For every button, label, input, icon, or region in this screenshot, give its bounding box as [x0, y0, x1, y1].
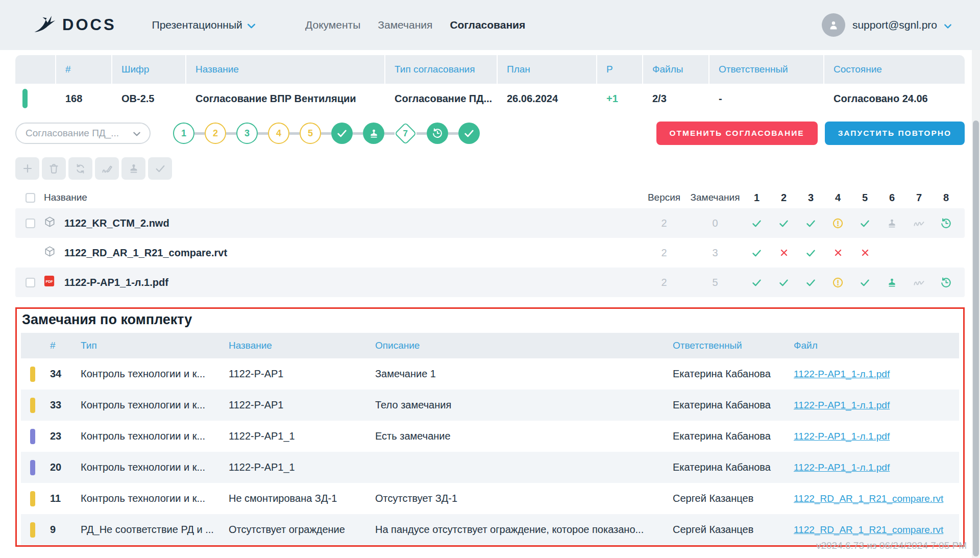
- remark-num: 20: [41, 462, 72, 473]
- remark-num: 9: [41, 524, 72, 536]
- step-connector: [384, 132, 395, 135]
- remark-description: Замечание 1: [366, 368, 664, 380]
- scrollbar-thumb[interactable]: [973, 120, 979, 556]
- col-header-num: #: [56, 55, 112, 84]
- refresh-files-button[interactable]: [68, 157, 92, 180]
- file-remarks-count: 3: [687, 247, 743, 259]
- remark-responsible: Сергей Казанцев: [664, 524, 785, 536]
- stage-stamp-icon: [887, 218, 897, 229]
- col-header-code: Шифр: [112, 55, 186, 84]
- remark-type: Контроль технологии и к...: [72, 430, 220, 442]
- remark-row[interactable]: 20 Контроль технологии и к... 1122-Р-АР1…: [21, 452, 959, 483]
- approval-responsible: -: [709, 93, 824, 105]
- route-select[interactable]: Согласование ПД_...: [15, 123, 151, 144]
- top-navbar: DOCS Презентационный Документы Замечания…: [0, 0, 980, 50]
- restart-approval-button[interactable]: ЗАПУСТИТЬ ПОВТОРНО: [825, 122, 965, 145]
- remark-row[interactable]: 33 Контроль технологии и к... 1122-Р-АР1…: [21, 390, 959, 421]
- app-logo: DOCS: [33, 14, 116, 36]
- stage-warning-icon: [832, 277, 844, 288]
- scrollbar-track[interactable]: [972, 50, 980, 558]
- row-checkbox[interactable]: [26, 278, 35, 287]
- chevron-down-icon: [133, 128, 140, 139]
- remark-priority-bar: [30, 460, 35, 475]
- avatar: [822, 13, 845, 37]
- remark-priority-bar: [30, 491, 35, 506]
- rem-header-name: Название: [220, 340, 366, 351]
- remark-name: Не смонтирована ЗД-1: [220, 493, 366, 504]
- file-row[interactable]: 1122_KR_CTM_2.nwd 2 0: [15, 208, 965, 238]
- step-connector: [448, 132, 458, 135]
- stage-check-icon: [751, 248, 762, 258]
- select-all-checkbox[interactable]: [26, 193, 35, 203]
- remark-description: Отсутствует ЗД-1: [366, 493, 664, 504]
- remark-type: РД_Не соответствие РД и ...: [72, 524, 220, 536]
- stage-check-icon: [860, 218, 870, 229]
- model-file-icon: [44, 216, 56, 230]
- files-toolbar: [15, 157, 965, 180]
- stage-check-icon: [805, 277, 816, 288]
- approval-type: Согласование ПД...: [385, 93, 498, 105]
- row-checkbox[interactable]: [26, 219, 35, 228]
- user-email: support@sgnl.pro: [852, 19, 937, 31]
- remark-name: 1122-Р-АР1: [220, 399, 366, 411]
- stage-header-4: 4: [835, 192, 841, 204]
- signature-button[interactable]: [95, 157, 119, 180]
- remark-name: Отсутствует ограждение: [220, 524, 366, 536]
- file-name: 1122-Р-АР1_1-л.1.pdf: [64, 277, 641, 288]
- file-version: 2: [641, 217, 687, 229]
- add-file-button[interactable]: [15, 157, 39, 180]
- rem-header-responsible: Ответственный: [664, 340, 785, 351]
- remark-file-link[interactable]: 1122-P-AP1_1-л.1.pdf: [794, 431, 890, 442]
- remark-file-link[interactable]: 1122_RD_AR_1_R21_compare.rvt: [794, 493, 943, 504]
- approve-button[interactable]: [148, 157, 172, 180]
- file-version: 2: [641, 277, 687, 288]
- stage-header-6: 6: [889, 192, 895, 204]
- remark-file-link[interactable]: 1122-P-AP1_1-л.1.pdf: [794, 462, 890, 473]
- rem-header-description: Описание: [366, 340, 664, 351]
- remark-row[interactable]: 23 Контроль технологии и к... 1122-Р-АР1…: [21, 421, 959, 452]
- stage-header-1: 1: [754, 192, 760, 204]
- tab-approvals[interactable]: Согласования: [450, 19, 525, 31]
- col-header-type: Тип согласования: [385, 55, 498, 84]
- approval-row[interactable]: 168 ОВ-2.5 Согласование ВПР Вентиляции С…: [15, 84, 965, 113]
- file-row[interactable]: 1122_RD_AR_1_R21_compare.rvt 2 3: [15, 238, 965, 268]
- project-selector[interactable]: Презентационный: [152, 19, 255, 31]
- file-name: 1122_RD_AR_1_R21_compare.rvt: [64, 247, 641, 259]
- remark-file-link[interactable]: 1122_RD_AR_1_R21_compare.rvt: [794, 524, 943, 535]
- file-remarks-count: 5: [687, 277, 743, 288]
- swallow-logo-icon: [33, 14, 56, 36]
- remark-type: Контроль технологии и к...: [72, 368, 220, 380]
- files-table-header: Название Версия Замечания 1 2 3 4 5 6 7 …: [15, 187, 965, 208]
- file-version: 2: [641, 247, 687, 259]
- remark-row[interactable]: 11 Контроль технологии и к... Не смонтир…: [21, 483, 959, 514]
- files-table: Название Версия Замечания 1 2 3 4 5 6 7 …: [15, 187, 965, 297]
- file-remarks-count: 0: [687, 217, 743, 229]
- tab-remarks[interactable]: Замечания: [378, 19, 432, 31]
- remark-responsible: Екатерина Кабанова: [664, 368, 785, 380]
- tab-documents[interactable]: Документы: [305, 19, 360, 31]
- col-header-p: Р: [597, 55, 643, 84]
- file-row[interactable]: PDF 1122-Р-АР1_1-л.1.pdf 2 5: [15, 268, 965, 297]
- remark-row[interactable]: 34 Контроль технологии и к... 1122-Р-АР1…: [21, 358, 959, 390]
- step-4: 4: [268, 123, 289, 144]
- col-header-responsible: Ответственный: [709, 55, 824, 84]
- remark-file-link[interactable]: 1122-P-AP1_1-л.1.pdf: [794, 369, 890, 379]
- remark-type: Контроль технологии и к...: [72, 399, 220, 411]
- step-6-check-icon: [331, 123, 353, 144]
- remark-file-link[interactable]: 1122-P-AP1_1-л.1.pdf: [794, 400, 890, 410]
- remark-type: Контроль технологии и к...: [72, 493, 220, 504]
- stage-header-8: 8: [943, 192, 949, 204]
- person-icon: [827, 19, 840, 31]
- user-menu[interactable]: support@sgnl.pro: [822, 13, 951, 37]
- stamp-button[interactable]: [121, 157, 145, 180]
- col-header-plan: План: [498, 55, 597, 84]
- approval-num: 168: [56, 93, 112, 105]
- cancel-approval-button[interactable]: ОТМЕНИТЬ СОГЛАСОВАНИЕ: [656, 122, 818, 145]
- stage-header-3: 3: [808, 192, 814, 204]
- stage-check-icon: [860, 277, 870, 288]
- remarks-table-header: # Тип Название Описание Ответственный Фа…: [21, 333, 959, 358]
- model-file-icon: [44, 246, 56, 260]
- remark-description: Тело замечания: [366, 399, 664, 411]
- delete-file-button[interactable]: [42, 157, 66, 180]
- remark-responsible: Екатерина Кабанова: [664, 462, 785, 473]
